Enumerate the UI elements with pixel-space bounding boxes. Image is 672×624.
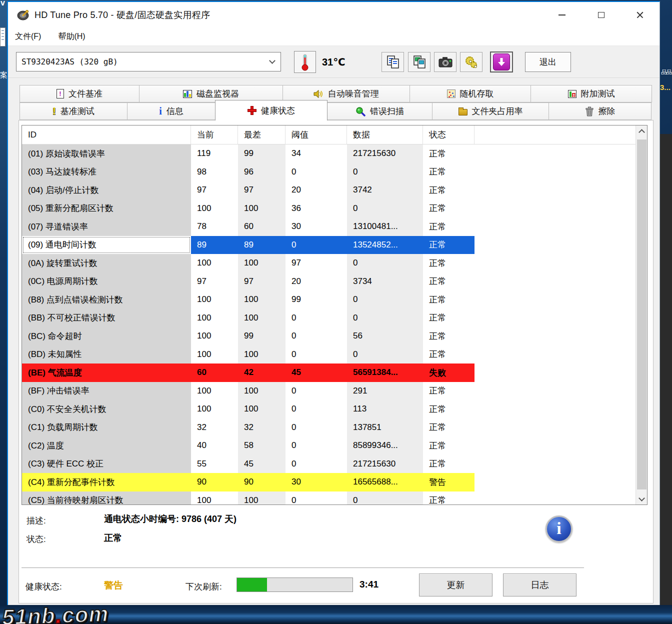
smart-row[interactable]: (B8) 点到点错误检测计数100100990正常 — [22, 290, 647, 309]
smart-row[interactable]: (03) 马达旋转标准989600正常 — [22, 163, 647, 182]
tab-error-scan[interactable]: 错误扫描 — [327, 102, 432, 120]
smart-row[interactable]: (C5) 当前待映射扇区计数10010000正常 — [22, 492, 647, 505]
maximize-button[interactable] — [588, 6, 614, 24]
menu-file[interactable]: 文件(F) — [15, 32, 41, 42]
tab-erase[interactable]: 擦除 — [548, 102, 652, 120]
cell-threshold: 20 — [286, 272, 347, 291]
smart-row[interactable]: (07) 寻道错误率78603013100481...正常 — [22, 218, 647, 236]
tab-health[interactable]: 健康状态 — [215, 100, 328, 120]
cell-id: (BB) 不可校正错误计数 — [22, 309, 191, 328]
next-refresh-label: 下次刷新: — [186, 581, 222, 592]
watermark-51nb: 51nb.com — [2, 601, 109, 624]
tab-file-benchmark[interactable]: !文件基准 — [20, 85, 140, 102]
health-tab-panel: ID当前最差阈值数据状态 (01) 原始读取错误率119993421721563… — [18, 120, 654, 604]
cell-status: 正常 — [423, 455, 474, 474]
cell-id: (C0) 不安全关机计数 — [22, 400, 191, 418]
smart-row[interactable]: (01) 原始读取错误率1199934217215630正常 — [22, 144, 647, 163]
camera-icon — [438, 55, 454, 69]
smart-row[interactable]: (BF) 冲击错误率1001000291正常 — [22, 382, 647, 400]
scroll-up-button[interactable] — [636, 126, 648, 138]
cell-current: 100 — [191, 400, 238, 418]
smart-row[interactable]: (0C) 电源周期计数9797203734正常 — [22, 272, 647, 291]
drive-select[interactable]: ST9320423AS (320 gB) — [16, 52, 281, 72]
cell-worst: 100 — [238, 290, 286, 309]
cell-data: 3734 — [347, 272, 423, 291]
tab-benchmark[interactable]: !基准测试 — [20, 102, 128, 120]
update-button[interactable]: 更新 — [419, 574, 492, 596]
cell-id: (03) 马达旋转标准 — [22, 163, 191, 182]
smart-row[interactable]: (BD) 未知属性10010000正常 — [22, 346, 647, 364]
cell-status: 警告 — [423, 473, 474, 492]
scroll-down-button[interactable] — [636, 492, 648, 504]
col-threshold[interactable]: 阈值 — [286, 126, 347, 144]
cell-id: (C1) 负载周期计数 — [22, 418, 191, 437]
desktop-icon-label-left: 案 — [0, 70, 8, 80]
tab-folder-usage[interactable]: 文件夹占用率 — [432, 102, 549, 120]
cell-current: 100 — [191, 254, 238, 272]
smart-row[interactable]: (05) 重新分配扇区计数100100360正常 — [22, 200, 647, 218]
screenshot-button[interactable] — [434, 52, 456, 72]
menubar: 文件(F) 帮助(H) — [8, 28, 660, 46]
smart-row[interactable]: (C3) 硬件 ECC 校正55450217215630正常 — [22, 455, 647, 474]
cell-data: 0 — [347, 163, 423, 182]
cell-current: 78 — [191, 218, 238, 236]
cell-data: 0 — [347, 254, 423, 272]
cell-threshold: 0 — [286, 400, 347, 418]
cell-data: 13524852... — [347, 236, 423, 254]
smart-row[interactable]: (C1) 负载周期计数32320137851正常 — [22, 418, 647, 437]
cell-worst: 100 — [238, 400, 286, 418]
cell-id: (BF) 冲击错误率 — [22, 382, 191, 400]
erase-icon — [585, 106, 594, 116]
col-worst[interactable]: 最差 — [238, 126, 286, 144]
tab-label: 健康状态 — [261, 105, 295, 116]
temperature-button[interactable] — [294, 51, 316, 73]
exit-button[interactable]: 退出 — [525, 52, 571, 72]
close-button[interactable] — [628, 6, 652, 24]
log-button[interactable]: 日志 — [503, 574, 576, 596]
cell-worst: 96 — [238, 163, 286, 182]
cell-id: (01) 原始读取错误率 — [22, 144, 191, 163]
info-icon: i — [159, 106, 162, 117]
menu-help[interactable]: 帮助(H) — [58, 32, 85, 42]
copy-image-button[interactable] — [408, 52, 430, 72]
cell-id: (C3) 硬件 ECC 校正 — [22, 455, 191, 474]
cell-threshold: 0 — [286, 309, 347, 328]
save-results-button[interactable] — [490, 52, 513, 72]
smart-row[interactable]: (BE) 气流温度60424556591384...失败 — [22, 364, 647, 382]
app-icon — [16, 8, 30, 22]
info-button[interactable]: i — [546, 516, 572, 542]
cell-status: 正常 — [423, 163, 474, 182]
smart-row[interactable]: (BC) 命令超时10099056正常 — [22, 327, 647, 346]
vertical-scrollbar[interactable] — [636, 126, 647, 504]
cell-current: 100 — [191, 290, 238, 309]
col-status[interactable]: 状态 — [423, 126, 474, 144]
tab-random-access[interactable]: 随机存取 — [410, 85, 531, 102]
smart-row[interactable]: (C4) 重新分配事件计数90903016565688...警告 — [22, 473, 647, 492]
col-current[interactable]: 当前 — [191, 126, 238, 144]
cell-threshold: 0 — [286, 382, 347, 400]
minimize-button[interactable] — [550, 6, 574, 24]
benchmark-icon: ! — [52, 106, 56, 117]
col-data[interactable]: 数据 — [347, 126, 423, 144]
tab-info[interactable]: i信息 — [127, 102, 216, 120]
cell-current: 55 — [191, 455, 238, 474]
smart-row[interactable]: (09) 通电时间计数8989013524852...正常 — [22, 236, 647, 254]
smart-row[interactable]: (C2) 温度4058085899346...正常 — [22, 436, 647, 455]
smart-row[interactable]: (BB) 不可校正错误计数10010000正常 — [22, 309, 647, 328]
col-id[interactable]: ID — [22, 126, 191, 144]
settings-button[interactable] — [460, 52, 482, 72]
cell-current: 100 — [191, 346, 238, 364]
cell-worst: 100 — [238, 382, 286, 400]
cell-status: 正常 — [423, 144, 474, 163]
cell-worst: 100 — [238, 346, 286, 364]
scrollbar-thumb[interactable] — [637, 140, 646, 490]
status-value: 正常 — [104, 532, 122, 544]
tab-label: 文件夹占用率 — [472, 106, 523, 117]
cell-data: 56 — [347, 327, 423, 346]
smart-row[interactable]: (0A) 旋转重试计数100100970正常 — [22, 254, 647, 272]
smart-row[interactable]: (C0) 不安全关机计数1001000113正常 — [22, 400, 647, 418]
copy-text-button[interactable] — [382, 52, 404, 72]
smart-row[interactable]: (04) 启动/停止计数9797203742正常 — [22, 181, 647, 200]
cell-current: 60 — [191, 364, 238, 382]
tab-extra-tests[interactable]: 附加测试 — [530, 85, 652, 102]
